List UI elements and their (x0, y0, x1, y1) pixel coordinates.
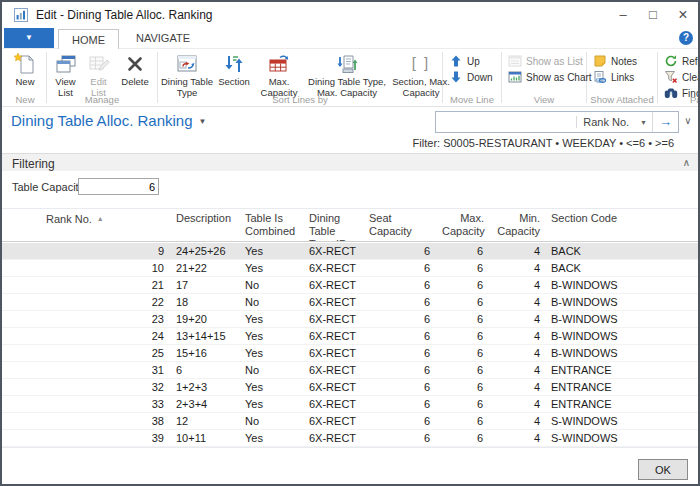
cell-combined[interactable]: No (242, 362, 306, 378)
cell-type_id[interactable]: 6X-RECT (306, 243, 366, 259)
cell-combined[interactable]: Yes (242, 260, 306, 276)
cell-description[interactable]: 21+22 (170, 260, 242, 276)
cell-seat[interactable]: 6 (366, 277, 436, 293)
view-list-button[interactable]: View List (49, 51, 82, 98)
cell-max[interactable]: 6 (436, 345, 490, 361)
cell-seat[interactable]: 6 (366, 430, 436, 446)
cell-description[interactable]: 15+16 (170, 345, 242, 361)
cell-rank[interactable]: 31 (2, 362, 170, 378)
cell-max[interactable]: 6 (436, 413, 490, 429)
cell-min[interactable]: 4 (490, 328, 546, 344)
table-row[interactable]: 2413+14+15Yes6X-RECT664B-WINDOWS (2, 328, 698, 345)
cell-combined[interactable]: No (242, 413, 306, 429)
cell-combined[interactable]: Yes (242, 379, 306, 395)
cell-max[interactable]: 6 (436, 430, 490, 446)
search-column-selector[interactable]: Rank No. (576, 116, 635, 128)
cell-type_id[interactable]: 6X-RECT (306, 311, 366, 327)
cell-rank[interactable]: 22 (2, 294, 170, 310)
cell-section[interactable]: ENTRANCE (546, 396, 698, 412)
cell-rank[interactable]: 25 (2, 345, 170, 361)
cell-section[interactable]: BACK (546, 243, 698, 259)
cell-section[interactable]: B-WINDOWS (546, 345, 698, 361)
search-input[interactable] (436, 112, 576, 132)
cell-max[interactable]: 6 (436, 277, 490, 293)
sort-dining-table-type-button[interactable]: Dining Table Type (160, 51, 214, 98)
links-button[interactable]: Links (589, 69, 641, 85)
cell-description[interactable]: 13+14+15 (170, 328, 242, 344)
notes-button[interactable]: Notes (589, 53, 641, 69)
cell-section[interactable]: B-WINDOWS (546, 277, 698, 293)
cell-description[interactable]: 24+25+26 (170, 243, 242, 259)
cell-seat[interactable]: 6 (366, 345, 436, 361)
filtering-section-header[interactable]: Filtering ∧ (2, 153, 698, 171)
cell-rank[interactable]: 38 (2, 413, 170, 429)
help-icon[interactable]: ? (679, 31, 693, 45)
cell-section[interactable]: BACK (546, 260, 698, 276)
cell-min[interactable]: 4 (490, 430, 546, 446)
cell-section[interactable]: S-WINDOWS (546, 413, 698, 429)
column-header-section[interactable]: Section Code (546, 209, 698, 241)
close-button[interactable]: × (668, 2, 698, 28)
column-header-min[interactable]: Min. Capacity (490, 209, 546, 241)
table-row[interactable]: 1021+22Yes6X-RECT664BACK (2, 260, 698, 277)
cell-max[interactable]: 6 (436, 260, 490, 276)
cell-description[interactable]: 2+3+4 (170, 396, 242, 412)
show-as-chart-button[interactable]: Show as Chart (504, 69, 596, 85)
cell-max[interactable]: 6 (436, 311, 490, 327)
clear-filter-button[interactable]: Clear Filter (660, 69, 698, 85)
cell-seat[interactable]: 6 (366, 260, 436, 276)
column-header-seat[interactable]: Seat Capacity (366, 209, 436, 241)
cell-seat[interactable]: 6 (366, 311, 436, 327)
cell-type_id[interactable]: 6X-RECT (306, 379, 366, 395)
cell-max[interactable]: 6 (436, 362, 490, 378)
sort-dining-table-type-max-capacity-button[interactable]: Dining Table Type, Max. Capacity (304, 51, 390, 98)
page-title[interactable]: Dining Table Alloc. Ranking▼ (11, 112, 206, 129)
cell-max[interactable]: 6 (436, 294, 490, 310)
column-header-type_id[interactable]: Dining Table Type ID (306, 209, 366, 241)
cell-combined[interactable]: Yes (242, 430, 306, 446)
cell-max[interactable]: 6 (436, 396, 490, 412)
sort-max-capacity-button[interactable]: Max. Capacity (254, 51, 304, 98)
cell-description[interactable]: 10+11 (170, 430, 242, 446)
table-row[interactable]: 924+25+26Yes6X-RECT664BACK (2, 243, 698, 260)
cell-min[interactable]: 4 (490, 294, 546, 310)
move-up-button[interactable]: Up (445, 53, 497, 69)
cell-seat[interactable]: 6 (366, 243, 436, 259)
search-go-arrow-icon[interactable]: → (652, 112, 678, 132)
cell-rank[interactable]: 39 (2, 430, 170, 446)
cell-rank[interactable]: 24 (2, 328, 170, 344)
tab-home[interactable]: HOME (58, 29, 119, 49)
table-capacity-input[interactable] (78, 178, 159, 195)
cell-seat[interactable]: 6 (366, 328, 436, 344)
cell-section[interactable]: B-WINDOWS (546, 328, 698, 344)
cell-type_id[interactable]: 6X-RECT (306, 328, 366, 344)
cell-rank[interactable]: 23 (2, 311, 170, 327)
cell-rank[interactable]: 32 (2, 379, 170, 395)
delete-button[interactable]: Delete (115, 51, 155, 88)
edit-list-button[interactable]: Edit List (82, 51, 115, 98)
table-row[interactable]: 2218No6X-RECT664B-WINDOWS (2, 294, 698, 311)
table-row[interactable]: 332+3+4Yes6X-RECT664ENTRANCE (2, 396, 698, 413)
cell-type_id[interactable]: 6X-RECT (306, 294, 366, 310)
sort-section-max-capacity-button[interactable]: [ ] Section, Max. Capacity (390, 51, 452, 98)
table-row[interactable]: 316No6X-RECT664ENTRANCE (2, 362, 698, 379)
search-pane-expand-chevron-icon[interactable]: ∨ (681, 115, 695, 126)
cell-type_id[interactable]: 6X-RECT (306, 345, 366, 361)
cell-min[interactable]: 4 (490, 311, 546, 327)
table-row[interactable]: 2319+20Yes6X-RECT664B-WINDOWS (2, 311, 698, 328)
cell-rank[interactable]: 10 (2, 260, 170, 276)
cell-rank[interactable]: 21 (2, 277, 170, 293)
chevron-down-icon[interactable]: ▼ (635, 119, 652, 126)
cell-min[interactable]: 4 (490, 345, 546, 361)
cell-type_id[interactable]: 6X-RECT (306, 413, 366, 429)
column-header-combined[interactable]: Table Is Combined (242, 209, 306, 241)
cell-seat[interactable]: 6 (366, 379, 436, 395)
cell-type_id[interactable]: 6X-RECT (306, 396, 366, 412)
column-header-rank[interactable]: Rank No.▲ (2, 209, 170, 241)
cell-type_id[interactable]: 6X-RECT (306, 362, 366, 378)
cell-combined[interactable]: Yes (242, 396, 306, 412)
cell-description[interactable]: 19+20 (170, 311, 242, 327)
table-row[interactable]: 3910+11Yes6X-RECT664S-WINDOWS (2, 430, 698, 447)
cell-rank[interactable]: 33 (2, 396, 170, 412)
cell-section[interactable]: B-WINDOWS (546, 311, 698, 327)
